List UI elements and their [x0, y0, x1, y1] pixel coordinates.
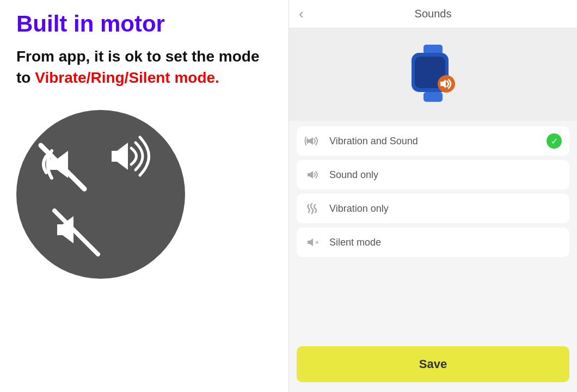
svg-rect-18	[440, 82, 443, 86]
highlight-red: Vibrate/Ring/Silent mode.	[35, 69, 219, 86]
vibration-only-icon	[304, 203, 322, 215]
svg-rect-22	[308, 173, 310, 176]
watch-preview	[289, 28, 577, 121]
watch-illustration	[407, 45, 459, 105]
right-panel: ‹ Sounds	[288, 0, 577, 392]
svg-text:×: ×	[315, 239, 318, 246]
page-title: Built in motor	[16, 11, 165, 37]
left-panel: Built in motor From app, it is ok to set…	[0, 0, 288, 392]
svg-rect-24	[308, 241, 310, 244]
svg-rect-6	[112, 151, 117, 162]
option-sound-only[interactable]: Sound only	[297, 160, 569, 189]
svg-marker-5	[117, 143, 128, 170]
silent-mode-label: Silent mode	[329, 237, 381, 248]
back-button[interactable]: ‹	[299, 5, 304, 22]
svg-marker-19	[310, 137, 313, 145]
option-silent-mode[interactable]: × Silent mode	[297, 228, 569, 257]
sound-only-label: Sound only	[329, 169, 378, 181]
mode-illustration-icon	[30, 124, 171, 265]
vibration-only-label: Vibration only	[329, 203, 389, 215]
svg-rect-15	[423, 92, 443, 102]
description-text: From app, it is ok to set the mode to Vi…	[16, 46, 272, 88]
svg-rect-20	[308, 139, 310, 143]
vibration-sound-label: Vibration and Sound	[329, 136, 418, 147]
options-list: Vibration and Sound ✓ Sound only	[289, 121, 577, 342]
silent-mode-icon: ×	[304, 236, 322, 248]
svg-point-16	[438, 75, 455, 93]
svg-rect-8	[57, 224, 63, 235]
mode-icon-circle	[16, 110, 185, 279]
sound-only-icon	[304, 169, 322, 181]
svg-marker-23	[310, 238, 313, 246]
svg-marker-21	[310, 171, 313, 179]
option-vibration-sound[interactable]: Vibration and Sound ✓	[297, 126, 569, 156]
header-title: Sounds	[415, 8, 452, 20]
sounds-header: ‹ Sounds	[289, 0, 577, 28]
option-vibration-only[interactable]: Vibration only	[297, 194, 569, 223]
save-button[interactable]: Save	[297, 346, 569, 382]
vib-sound-icon	[304, 135, 322, 147]
selected-checkmark: ✓	[547, 133, 562, 149]
